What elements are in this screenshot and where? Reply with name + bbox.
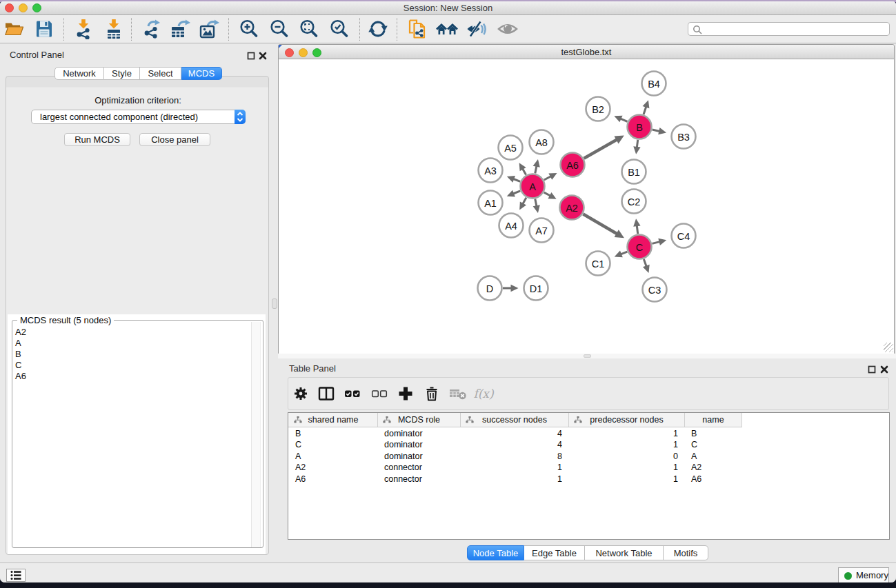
window-resize-grip-icon[interactable] [884,343,893,352]
zoom-out-icon[interactable] [267,17,292,41]
tab-network-table[interactable]: Network Table [585,545,664,560]
tab-style[interactable]: Style [104,67,140,80]
tab-edge-table[interactable]: Edge Table [524,545,585,560]
graph-edge-C-C4[interactable] [652,242,659,244]
table-cell[interactable]: 0 [569,451,678,462]
graph-edge-C-C3[interactable] [644,259,646,267]
table-cell[interactable]: dominator [384,439,423,450]
graph-edge-A-A7[interactable] [535,199,537,207]
table-cell[interactable]: B [295,428,301,439]
list-item[interactable]: C [15,360,26,371]
table-cell[interactable]: 1 [461,474,562,485]
graph-edge-B-B2[interactable] [621,119,628,121]
tab-motifs[interactable]: Motifs [664,545,708,560]
table-row-A[interactable]: Adominator80A [288,451,889,462]
split-columns-icon[interactable] [315,378,338,409]
graph-edge-A2-C[interactable] [583,214,617,234]
table-cell[interactable]: C [691,439,697,450]
column-header-name[interactable]: name [685,413,742,427]
list-item[interactable]: B [15,349,26,360]
tab-select[interactable]: Select [140,67,181,80]
table-cell[interactable]: A [295,451,301,462]
graph-edge-C-C1[interactable] [621,252,627,254]
table-cell[interactable]: dominator [384,428,423,439]
run-mcds-button[interactable]: Run MCDS [64,133,130,146]
column-header-shared-name[interactable]: shared name [289,413,378,427]
duplicate-network-icon[interactable] [405,17,430,41]
table-cell[interactable]: connector [384,474,422,485]
app-titlebar[interactable]: Session: New Session [0,1,896,15]
float-window-icon[interactable] [247,50,255,59]
table-cell[interactable]: A2 [295,462,306,473]
refresh-icon[interactable] [366,17,390,41]
table-cell[interactable]: A6 [691,474,701,485]
column-header-successor-nodes[interactable]: successor nodes [461,413,569,427]
close-panel-button[interactable]: Close panel [139,133,210,146]
search-field[interactable] [688,22,890,36]
close-icon[interactable] [259,50,267,59]
import-table-icon[interactable] [101,17,126,41]
close-icon[interactable] [880,364,888,372]
tab-mcds[interactable]: MCDS [181,67,222,80]
zoom-fit-icon[interactable] [297,17,321,41]
houses-icon[interactable] [435,17,459,41]
zoom-in-icon[interactable] [237,17,261,41]
import-network-icon[interactable] [71,17,96,41]
graph-edge-A-A3[interactable] [513,179,520,182]
graph-edge-B-B1[interactable] [637,140,637,148]
table-cell[interactable]: 4 [461,439,562,450]
table-cell[interactable]: C [295,439,301,450]
result-scrollbar[interactable] [251,322,261,547]
column-header-predecessor-nodes[interactable]: predecessor nodes [569,413,685,427]
table-cell[interactable]: connector [384,462,422,473]
graph-edge-A6-B[interactable] [584,139,617,158]
graph-edge-A-A4[interactable] [523,198,526,204]
graph-edge-C-C2[interactable] [637,225,637,234]
task-history-button[interactable] [6,569,26,582]
graph-edge-A-A6[interactable] [544,176,551,180]
mcds-result-list[interactable]: A2 A B C A6 [15,327,26,382]
table-cell[interactable]: B [691,428,697,439]
graph-edge-B-B4[interactable] [644,107,646,114]
graph-edge-B-B3[interactable] [653,130,660,131]
table-row-A6[interactable]: A6connector11A6 [288,474,889,485]
list-item[interactable]: A6 [15,371,26,382]
table-cell[interactable]: dominator [384,451,423,462]
network-window-titlebar[interactable]: testGlobe.txt [279,45,894,59]
list-item[interactable]: A [15,338,26,349]
deselect-all-icon[interactable] [368,378,391,409]
table-cell[interactable]: 4 [461,428,562,439]
export-image-icon[interactable] [197,17,221,41]
table-cell[interactable]: 1 [461,462,562,473]
open-session-icon[interactable] [1,17,26,41]
network-canvas[interactable]: AA1A2A3A4A5A6A7A8BB1B2B3B4CC1C2C3C4DD1 [279,60,894,354]
vertical-splitter-grip[interactable] [272,298,277,309]
search-input[interactable] [705,23,884,34]
list-item[interactable]: A2 [15,327,26,338]
column-header-MCDS-role[interactable]: MCDS role [378,413,461,427]
export-network-icon[interactable] [139,17,163,41]
table-cell[interactable]: 8 [461,451,562,462]
gear-icon[interactable] [289,378,312,409]
table-cell[interactable]: 1 [569,474,678,485]
graph-edge-A-A2[interactable] [544,192,550,196]
zoom-selected-icon[interactable] [327,17,352,41]
table-cell[interactable]: A6 [295,474,306,485]
graph-edge-A-A5[interactable] [523,169,526,175]
add-column-icon[interactable] [394,378,417,409]
table-cell[interactable]: A2 [691,462,701,473]
show-all-eye-icon[interactable] [495,17,520,41]
memory-button[interactable]: Memory [838,567,889,582]
delete-icon[interactable] [420,378,444,409]
table-row-B[interactable]: Bdominator41B [288,428,889,439]
criterion-dropdown[interactable]: largest connected component (directed) [31,110,246,124]
save-session-icon[interactable] [32,17,57,41]
table-row-C[interactable]: Cdominator41C [288,439,889,450]
table-cell[interactable]: 1 [569,462,678,473]
float-window-icon[interactable] [868,364,876,372]
hide-selected-eye-icon[interactable] [464,17,489,41]
export-table-icon[interactable] [168,17,192,41]
select-all-icon[interactable] [341,378,364,409]
table-cell[interactable]: 1 [569,439,678,450]
table-cell[interactable]: 1 [569,428,678,439]
